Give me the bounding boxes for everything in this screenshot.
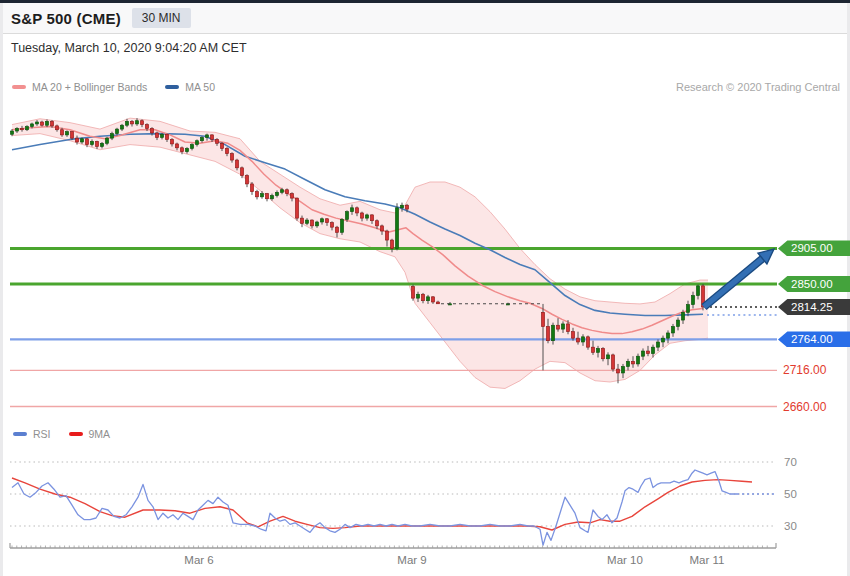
header-bar: S&P 500 (CME) 30 MIN xyxy=(3,3,847,34)
ma9-legend-label: 9MA xyxy=(89,428,111,440)
resistance-2850-label: 2850.00 xyxy=(791,278,833,290)
support-badge-2764: 2764.00 xyxy=(778,331,850,347)
resistance-badge-2905: 2905.00 xyxy=(778,240,850,256)
rsi-scale-30: 30 xyxy=(784,519,814,533)
last-price-label: 2814.25 xyxy=(791,301,833,313)
x-axis-tick-mar11: Mar 11 xyxy=(677,554,737,566)
support-label-2660: 2660.00 xyxy=(783,399,849,415)
ma50-legend-dash xyxy=(165,85,179,89)
rsi-scale-50: 50 xyxy=(784,487,814,501)
x-axis-tick-mar10: Mar 10 xyxy=(595,554,655,566)
chart-timestamp: Tuesday, March 10, 2020 9:04:20 AM CET xyxy=(11,41,247,55)
last-price-badge: 2814.25 xyxy=(778,299,850,315)
support-label-2716: 2716.00 xyxy=(783,362,849,378)
resistance-2905-label: 2905.00 xyxy=(791,242,833,254)
instrument-title: S&P 500 (CME) xyxy=(11,10,121,27)
ma20-legend-dash xyxy=(12,85,26,89)
trading-central-chart-page: S&P 500 (CME) 30 MIN Tuesday, March 10, … xyxy=(0,0,850,576)
main-chart-legend: MA 20 + Bollinger Bands MA 50 xyxy=(12,81,233,93)
support-2764-label: 2764.00 xyxy=(791,333,833,345)
ma9-legend-dash xyxy=(69,432,83,436)
x-axis-tick-mar9: Mar 9 xyxy=(382,554,442,566)
resistance-badge-2850: 2850.00 xyxy=(778,276,850,292)
rsi-legend-label: RSI xyxy=(33,428,51,440)
ma50-legend-label: MA 50 xyxy=(185,81,215,93)
rsi-scale-70: 70 xyxy=(784,455,814,469)
ma20-legend-label: MA 20 + Bollinger Bands xyxy=(32,81,147,93)
timeframe-badge[interactable]: 30 MIN xyxy=(132,8,191,28)
rsi-legend: RSI 9MA xyxy=(13,428,128,440)
x-axis-tick-mar6: Mar 6 xyxy=(169,554,229,566)
research-watermark: Research © 2020 Trading Central xyxy=(676,81,840,93)
rsi-legend-dash xyxy=(13,432,27,436)
